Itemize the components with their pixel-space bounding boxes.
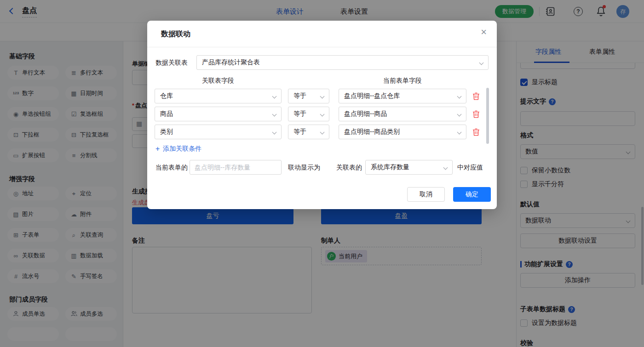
column-header-rel-field: 关联表字段 (155, 77, 282, 85)
chevron-down-icon (443, 165, 448, 170)
current-field-input[interactable] (190, 160, 282, 175)
chevron-down-icon (457, 130, 462, 135)
chevron-down-icon (272, 94, 277, 99)
cancel-button[interactable]: 取消 (407, 187, 445, 202)
chevron-down-icon (457, 94, 462, 99)
close-icon[interactable]: × (481, 27, 487, 37)
rel-of-label: 关联表的 (336, 160, 362, 175)
chevron-down-icon (479, 61, 484, 65)
data-linkage-modal: 数据联动 × 数据关联表 产品库存统计聚合表 关联表字段 当前表单字段 仓库 等… (147, 21, 497, 209)
condition-operator-select[interactable]: 等于 (288, 89, 329, 103)
chevron-down-icon (457, 112, 462, 117)
condition-cur-field-select[interactable]: 盘点明细--盘点仓库 (339, 89, 466, 103)
suffix-label: 中对应值 (457, 160, 483, 175)
modal-divider (147, 47, 497, 47)
chevron-down-icon (320, 130, 325, 135)
modal-scrollbar[interactable] (486, 88, 489, 144)
delete-condition-icon[interactable] (472, 110, 480, 119)
chevron-down-icon (320, 112, 325, 117)
modal-title: 数据联动 (161, 29, 190, 39)
condition-rel-field-select[interactable]: 类别 (155, 125, 282, 139)
condition-rel-field-select[interactable]: 仓库 (155, 89, 282, 103)
current-form-label: 当前表单的 (155, 160, 188, 175)
plus-icon: + (155, 145, 160, 153)
chevron-down-icon (320, 94, 325, 99)
rel-value-select[interactable]: 系统库存数量 (365, 160, 453, 175)
form-designer-app: 盘点 表单设计 表单设置 数据管理 ? 存 ⊘表单外链 ⧉后端脚本 ▥数据权限 … (0, 0, 644, 347)
delete-condition-icon[interactable] (472, 128, 480, 137)
condition-cur-field-select[interactable]: 盘点明细--商品类别 (339, 125, 466, 139)
condition-operator-select[interactable]: 等于 (288, 125, 329, 139)
chevron-down-icon (272, 112, 277, 117)
condition-rel-field-select[interactable]: 商品 (155, 107, 282, 121)
link-as-label: 联动显示为 (288, 160, 320, 175)
column-header-cur-field: 当前表单字段 (339, 77, 466, 85)
delete-condition-icon[interactable] (472, 92, 480, 101)
rel-table-select[interactable]: 产品库存统计聚合表 (196, 55, 489, 70)
rel-table-label: 数据关联表 (155, 55, 188, 70)
add-condition-link[interactable]: + 添加关联条件 (155, 145, 201, 153)
condition-operator-select[interactable]: 等于 (288, 107, 329, 121)
chevron-down-icon (272, 130, 277, 135)
condition-cur-field-select[interactable]: 盘点明细--商品 (339, 107, 466, 121)
confirm-button[interactable]: 确定 (453, 187, 491, 202)
